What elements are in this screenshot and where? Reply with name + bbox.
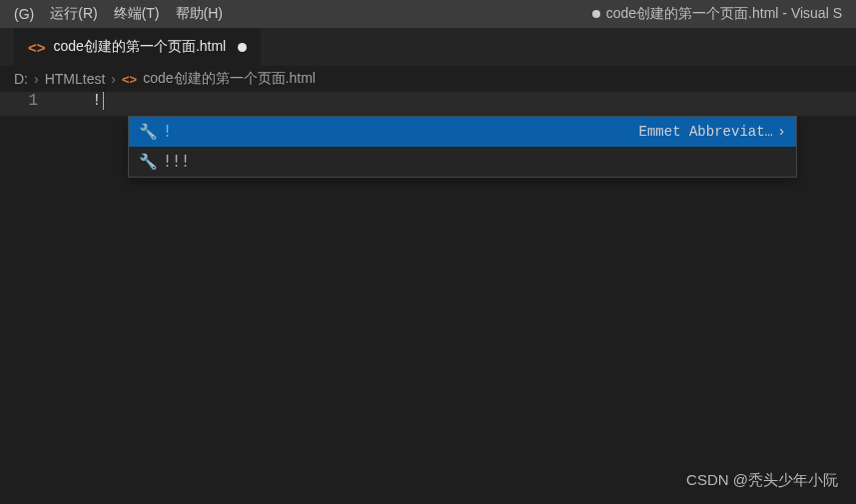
wrench-icon: 🔧 xyxy=(139,123,157,142)
chevron-right-icon: › xyxy=(34,71,39,87)
menu-item-g[interactable]: (G) xyxy=(6,6,42,22)
tabbar: <> code创建的第一个页面.html xyxy=(0,28,856,66)
tab-filename: code创建的第一个页面.html xyxy=(54,38,227,56)
tab-open-file[interactable]: <> code创建的第一个页面.html xyxy=(14,28,262,66)
typed-text: ! xyxy=(92,92,102,110)
suggestion-description: Emmet Abbreviat… xyxy=(639,124,773,140)
menu-item-help[interactable]: 帮助(H) xyxy=(168,5,231,23)
chevron-right-icon: › xyxy=(111,71,116,87)
window-title: code创建的第一个页面.html - Visual S xyxy=(231,5,850,23)
text-cursor xyxy=(103,92,104,110)
watermark-text: CSDN @秃头少年小阮 xyxy=(686,471,838,490)
line-number: 1 xyxy=(0,92,60,110)
breadcrumb-part[interactable]: HTMLtest xyxy=(45,71,106,87)
html-file-icon: <> xyxy=(28,39,46,56)
breadcrumbs[interactable]: D: › HTMLtest › <> code创建的第一个页面.html xyxy=(0,66,856,92)
editor-code[interactable]: ! xyxy=(60,92,104,110)
menu-item-terminal[interactable]: 终端(T) xyxy=(106,5,168,23)
breadcrumb-part[interactable]: code创建的第一个页面.html xyxy=(143,70,316,88)
suggestion-label: ! xyxy=(163,123,172,141)
html-file-icon: <> xyxy=(122,72,137,87)
editor[interactable]: 1 ! 🔧 ! Emmet Abbreviat… › 🔧 !!! xyxy=(0,92,856,116)
chevron-right-icon[interactable]: › xyxy=(777,124,786,141)
menubar: (G) 运行(R) 终端(T) 帮助(H) code创建的第一个页面.html … xyxy=(0,0,856,28)
editor-line[interactable]: 1 ! xyxy=(0,92,856,116)
suggestion-label: !!! xyxy=(163,153,190,171)
wrench-icon: 🔧 xyxy=(139,153,157,172)
breadcrumb-part[interactable]: D: xyxy=(14,71,28,87)
dirty-dot-icon xyxy=(238,43,247,52)
suggestion-item[interactable]: 🔧 ! Emmet Abbreviat… › xyxy=(129,117,796,147)
suggestion-popup[interactable]: 🔧 ! Emmet Abbreviat… › 🔧 !!! xyxy=(128,116,797,178)
dirty-indicator-icon xyxy=(592,10,600,18)
suggestion-item[interactable]: 🔧 !!! xyxy=(129,147,796,177)
menu-item-run[interactable]: 运行(R) xyxy=(42,5,105,23)
